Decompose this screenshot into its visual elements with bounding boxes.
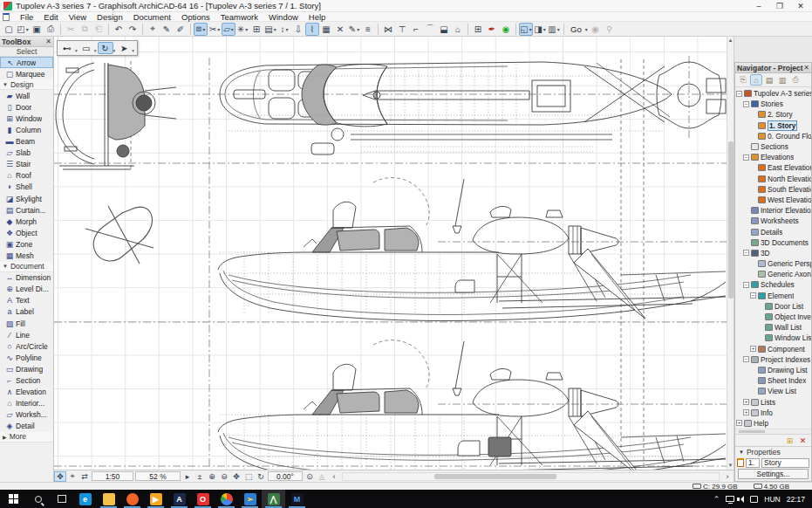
new-document-button[interactable]: ▢ (2, 23, 16, 36)
tool-roof[interactable]: ⌂Roof (0, 170, 53, 182)
tool-arrow[interactable]: ↖Arrow (0, 57, 53, 68)
clock[interactable]: 22:17 (787, 495, 805, 504)
tool-zone[interactable]: ▣Zone (0, 238, 53, 250)
nav-item-sections[interactable]: Sections (736, 141, 811, 152)
undo-button[interactable]: ↶ (112, 23, 126, 36)
expand-icon[interactable]: + (736, 420, 742, 426)
marquee-mode-dropdown-icon[interactable]: ▾ (94, 48, 97, 53)
measure-tool-button[interactable]: ⊷ (59, 42, 75, 54)
fit-in-window-button[interactable]: ⬚ (242, 471, 255, 482)
nav-item-0-ground-floor[interactable]: 0. Ground Floor (736, 131, 811, 141)
collapse-icon[interactable]: − (743, 250, 749, 256)
tool-elevation[interactable]: ∧Elevation (0, 387, 53, 398)
nav-item-object-inven[interactable]: Object Inven (736, 312, 811, 322)
new-viewpoint-button[interactable]: ⊞ (784, 436, 795, 445)
menu-options[interactable]: Options (176, 12, 215, 22)
start-button[interactable] (0, 490, 26, 508)
tool-window[interactable]: ⊞Window (0, 113, 53, 124)
suspend-groups-button[interactable]: ⧈▾ (194, 23, 208, 36)
zoom-increment-button[interactable]: ± (194, 471, 206, 482)
open-file-dropdown-icon[interactable]: ▾ (26, 26, 29, 32)
app-dark-a-button[interactable]: A (167, 490, 191, 508)
story-name-field[interactable]: Story (761, 458, 809, 468)
nav-item-worksheets[interactable]: Worksheets (736, 216, 811, 226)
view-mode-layout-dropdown-icon[interactable]: ▾ (557, 26, 560, 32)
tool-shell[interactable]: ◗Shell (0, 182, 53, 193)
app-edge-button[interactable]: e (73, 490, 97, 508)
tool-beam[interactable]: ▬Beam (0, 136, 53, 148)
menu-edit[interactable]: Edit (38, 12, 63, 22)
open-file-button[interactable]: ◰▾ (16, 23, 30, 36)
nav-item-project-indexes[interactable]: −Project Indexes (736, 354, 811, 365)
scroll-down-icon[interactable]: ▼ (727, 462, 734, 470)
reset-orientation-button[interactable]: ◬ (316, 471, 328, 482)
tool-line[interactable]: ∕Line (0, 329, 53, 340)
menu-view[interactable]: View (64, 12, 92, 22)
app-firefox-button[interactable] (120, 490, 144, 508)
tool-polyline[interactable]: ∿Polyline (0, 352, 53, 363)
photorender-button[interactable]: ◉ (499, 23, 513, 36)
pan-hand-button[interactable]: ✥ (230, 471, 242, 482)
expand-icon[interactable]: + (743, 409, 749, 415)
app-media-player-button[interactable]: ▶ (144, 490, 167, 508)
rotated-grid-button[interactable]: ✳▾ (235, 23, 249, 36)
nav-item-interior-elevations[interactable]: Interior Elevations (736, 205, 811, 216)
arrow-mode-dropdown-icon[interactable]: ▾ (132, 48, 134, 53)
view-mode-layout-button[interactable]: ▥▾ (547, 23, 561, 36)
element-info-table-button[interactable]: ▦ (319, 23, 333, 36)
app-chrome-button[interactable] (215, 490, 238, 508)
tool-dimension[interactable]: ↔Dimension (0, 272, 53, 284)
layer-settings-dropdown-icon[interactable]: ▾ (274, 26, 276, 32)
nav-item-3d-documents[interactable]: 3D Documents (736, 237, 811, 248)
measure-tool-dropdown-icon[interactable]: ▾ (75, 48, 78, 53)
nav-item-3d[interactable]: −3D (736, 248, 811, 258)
speaker-icon[interactable] (740, 496, 744, 503)
toolbox-section-design[interactable]: ▼Design (0, 79, 53, 90)
guide-lines-button[interactable]: ▱▾ (222, 23, 235, 36)
expand-icon[interactable]: + (750, 346, 756, 352)
nav-item-generic-perspec[interactable]: Generic Perspec (736, 258, 811, 269)
app-archicad-button[interactable]: ⋀ (262, 490, 285, 508)
gravity-button[interactable]: ⇩ (291, 23, 305, 36)
nav-item-component[interactable]: +Component (736, 344, 811, 354)
collapse-icon[interactable]: − (743, 154, 749, 161)
pan-options-button[interactable]: ⇄ (78, 471, 91, 482)
menu-window[interactable]: Window (263, 12, 304, 22)
app-opera-button[interactable]: O (191, 490, 215, 508)
nav-item-west-elevation-a[interactable]: West Elevation (A (736, 195, 811, 205)
nav-item-stories[interactable]: −Stories (736, 99, 811, 109)
rotation-angle-field[interactable]: 0.00° (268, 471, 303, 481)
line-type-button[interactable]: ≡ (361, 23, 375, 36)
menu-teamwork[interactable]: Teamwork (215, 12, 263, 22)
settings-button[interactable]: Settings... (738, 469, 809, 479)
navigator-close-icon[interactable]: ✕ (803, 65, 809, 72)
nav-item-view-list[interactable]: View List (736, 386, 811, 396)
nav-item-tupolev-a-3-series-7[interactable]: −Tupolev A-3 series 7 (736, 88, 811, 99)
menu-file[interactable]: File (15, 12, 38, 22)
tool-label[interactable]: aLabel (0, 306, 53, 318)
nav-item-generic-axonom[interactable]: Generic Axonom (736, 269, 811, 279)
collapse-icon[interactable]: − (750, 292, 756, 299)
new-window-button[interactable]: ⊞ (471, 23, 485, 36)
go-button[interactable]: Go▾ (567, 23, 589, 36)
tool-stair[interactable]: ☰Stair (0, 159, 53, 170)
task-view-button[interactable] (50, 490, 73, 508)
collapse-bar-icon[interactable]: ‹ (328, 471, 340, 482)
zoom-menu-icon[interactable]: ▸ (181, 471, 194, 482)
scroll-right-icon[interactable]: › (721, 471, 734, 482)
save-button[interactable]: ▣ (30, 23, 44, 36)
nav-item-sheet-index[interactable]: Sheet Index (736, 375, 811, 386)
cut-button[interactable]: ✂ (64, 23, 78, 36)
nav-item-east-elevation-a[interactable]: East Elevation (A (736, 162, 811, 173)
suspend-groups-dropdown-icon[interactable]: ▾ (202, 26, 205, 32)
orbit-mode-dropdown-icon[interactable]: ▾ (113, 48, 116, 53)
toolbox-section-document[interactable]: ▼Document (0, 262, 53, 272)
tool-arccircle[interactable]: ○Arc/Circle (0, 340, 53, 352)
zoom-in-button[interactable]: ⊕ (206, 471, 218, 482)
nav-item-door-list[interactable]: Door List (736, 301, 811, 312)
network-icon[interactable] (726, 496, 734, 502)
nav-item-lists[interactable]: +Lists (736, 396, 811, 407)
collapse-icon[interactable]: − (743, 282, 749, 288)
find-select-button[interactable]: ⌖ (146, 23, 160, 36)
horizontal-scroll-thumb[interactable] (434, 474, 556, 479)
